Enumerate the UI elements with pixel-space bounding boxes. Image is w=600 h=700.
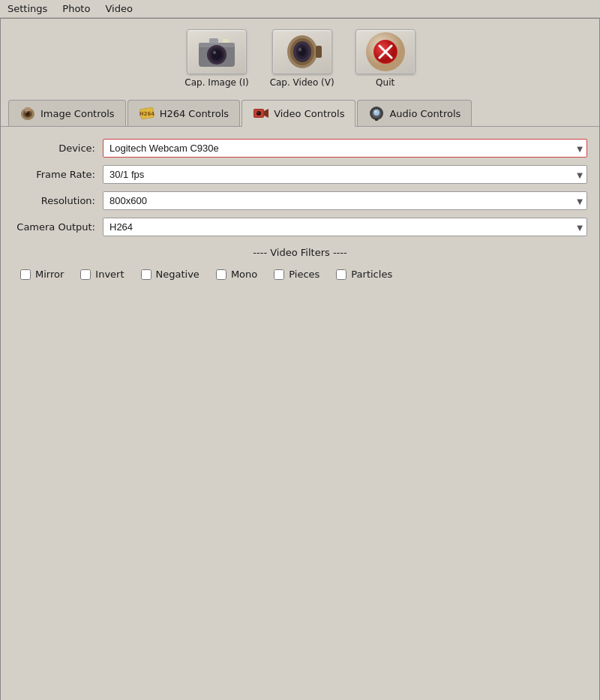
filters-title: ---- Video Filters ---- bbox=[13, 247, 587, 258]
svg-rect-6 bbox=[209, 38, 218, 44]
menu-settings[interactable]: Settings bbox=[3, 2, 52, 16]
invert-label: Invert bbox=[95, 269, 124, 280]
tab-bar: Image Controls H264 H264 Controls Video … bbox=[1, 97, 599, 127]
quit-button[interactable]: Quit bbox=[352, 26, 418, 91]
particles-label: Particles bbox=[351, 269, 392, 280]
svg-point-24 bbox=[26, 111, 28, 113]
video-controls-icon bbox=[253, 105, 269, 122]
filter-negative[interactable]: Negative bbox=[141, 269, 200, 280]
cap-image-button[interactable]: Cap. Image (I) bbox=[182, 26, 251, 91]
filters-row: Mirror Invert Negative Mono Pieces bbox=[13, 266, 587, 283]
svg-point-5 bbox=[213, 51, 216, 54]
svg-rect-23 bbox=[25, 107, 31, 111]
filter-mirror[interactable]: Mirror bbox=[20, 269, 64, 280]
resolution-label: Resolution: bbox=[13, 195, 103, 206]
camera-output-row: Camera Output: H264 MJPEG YUY2 ▼ bbox=[13, 218, 587, 236]
frame-rate-select[interactable]: 30/1 fps 15/1 fps 10/1 fps bbox=[103, 165, 587, 184]
filter-invert[interactable]: Invert bbox=[80, 269, 124, 280]
tab-audio-controls-label: Audio Controls bbox=[389, 108, 460, 119]
tab-h264-controls[interactable]: H264 H264 Controls bbox=[128, 100, 241, 126]
cap-video-button[interactable]: Cap. Video (V) bbox=[267, 26, 338, 91]
filters-section: ---- Video Filters ---- Mirror Invert Ne… bbox=[13, 247, 587, 283]
svg-point-31 bbox=[256, 111, 261, 116]
tab-video-controls-label: Video Controls bbox=[274, 108, 344, 119]
camera-output-select[interactable]: H264 MJPEG YUY2 bbox=[103, 218, 587, 236]
cap-image-icon bbox=[187, 29, 247, 74]
toolbar: Cap. Image (I) Cap. Video (V) bbox=[1, 19, 599, 97]
menu-video[interactable]: Video bbox=[100, 2, 136, 16]
filter-pieces[interactable]: Pieces bbox=[274, 269, 320, 280]
device-label: Device: bbox=[13, 143, 103, 154]
negative-checkbox[interactable] bbox=[141, 269, 152, 280]
particles-checkbox[interactable] bbox=[336, 269, 346, 280]
audio-controls-icon bbox=[368, 105, 385, 122]
content-area: Device: Logitech Webcam C930e ▼ Frame Ra… bbox=[1, 127, 599, 700]
tab-image-controls[interactable]: Image Controls bbox=[8, 100, 126, 126]
device-select[interactable]: Logitech Webcam C930e bbox=[103, 139, 587, 158]
quit-label: Quit bbox=[376, 77, 394, 88]
device-row: Device: Logitech Webcam C930e ▼ bbox=[13, 139, 587, 158]
main-window: Cap. Image (I) Cap. Video (V) bbox=[0, 18, 600, 700]
filter-particles[interactable]: Particles bbox=[336, 269, 392, 280]
cap-video-icon bbox=[272, 29, 332, 74]
h264-controls-icon: H264 bbox=[139, 105, 155, 122]
tab-video-controls[interactable]: Video Controls bbox=[242, 100, 356, 127]
tab-image-controls-label: Image Controls bbox=[40, 108, 115, 119]
quit-icon bbox=[356, 29, 416, 74]
mirror-label: Mirror bbox=[35, 269, 64, 280]
pieces-label: Pieces bbox=[289, 269, 320, 280]
cap-image-label: Cap. Image (I) bbox=[184, 77, 248, 88]
image-controls-icon bbox=[20, 105, 36, 122]
svg-rect-7 bbox=[223, 39, 229, 43]
mono-checkbox[interactable] bbox=[216, 269, 226, 280]
resolution-select[interactable]: 800x600 1280x720 1920x1080 640x480 bbox=[103, 191, 587, 210]
svg-point-36 bbox=[375, 111, 377, 113]
negative-label: Negative bbox=[156, 269, 200, 280]
svg-point-4 bbox=[212, 50, 222, 60]
device-select-wrap: Logitech Webcam C930e ▼ bbox=[103, 139, 587, 158]
pieces-checkbox[interactable] bbox=[274, 269, 284, 280]
tab-audio-controls[interactable]: Audio Controls bbox=[357, 100, 472, 126]
frame-rate-select-wrap: 30/1 fps 15/1 fps 10/1 fps ▼ bbox=[103, 165, 587, 184]
svg-marker-30 bbox=[264, 109, 268, 118]
svg-rect-14 bbox=[316, 46, 322, 58]
mirror-checkbox[interactable] bbox=[20, 269, 31, 280]
menu-photo[interactable]: Photo bbox=[58, 2, 94, 16]
camera-output-label: Camera Output: bbox=[13, 221, 103, 233]
resolution-row: Resolution: 800x600 1280x720 1920x1080 6… bbox=[13, 191, 587, 210]
frame-rate-row: Frame Rate: 30/1 fps 15/1 fps 10/1 fps ▼ bbox=[13, 165, 587, 184]
svg-point-32 bbox=[257, 112, 259, 113]
mono-label: Mono bbox=[231, 269, 257, 280]
menubar: Settings Photo Video bbox=[0, 0, 600, 18]
frame-rate-label: Frame Rate: bbox=[13, 169, 103, 180]
camera-output-select-wrap: H264 MJPEG YUY2 ▼ bbox=[103, 218, 587, 236]
svg-text:H264: H264 bbox=[139, 111, 154, 117]
resolution-select-wrap: 800x600 1280x720 1920x1080 640x480 ▼ bbox=[103, 191, 587, 210]
invert-checkbox[interactable] bbox=[80, 269, 91, 280]
tab-h264-controls-label: H264 Controls bbox=[160, 108, 230, 119]
svg-rect-37 bbox=[375, 119, 378, 121]
svg-point-13 bbox=[298, 48, 302, 52]
filter-mono[interactable]: Mono bbox=[216, 269, 257, 280]
cap-video-label: Cap. Video (V) bbox=[270, 77, 334, 88]
